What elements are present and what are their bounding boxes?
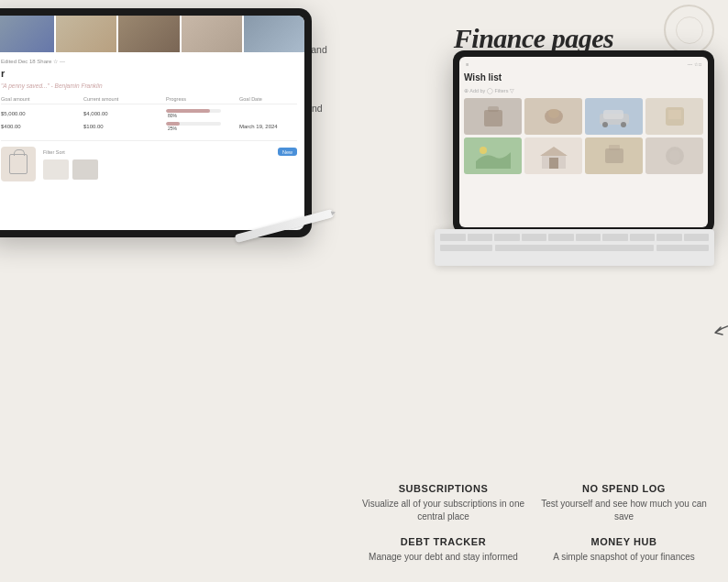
- key-7: [602, 234, 628, 241]
- screen-top-bar-left: Edited Dec 18 Share ☆ ⋯: [1, 58, 65, 64]
- feature-money-hub: MONEY HUB A simple snapshot of your fina…: [538, 536, 710, 564]
- key-2: [468, 234, 493, 241]
- strip-photo-3: [118, 16, 179, 52]
- key-10: [684, 234, 710, 241]
- wish-item-2: [524, 98, 582, 135]
- wish-item-1: [464, 98, 522, 135]
- bottom-features: SUBSCRIPTIONS Visualize all of your subs…: [358, 483, 710, 564]
- feature-subscriptions: SUBSCRIPTIONS Visualize all of your subs…: [358, 483, 529, 523]
- wishlist-filter: ⊕ Add by ◯ Filters ▽: [464, 88, 703, 93]
- tablet-left-body: Edited Dec 18 Share ☆ ⋯ r "A penny saved…: [0, 8, 312, 237]
- filter-label: Filter Sort: [43, 149, 65, 155]
- item-icon-car: [596, 103, 633, 130]
- svg-point-11: [480, 147, 487, 154]
- td-goal-1: $5,000.00: [1, 111, 83, 116]
- filter-bar: Filter Sort New: [43, 148, 297, 156]
- item-icon-1: [480, 103, 506, 130]
- svg-rect-1: [488, 106, 499, 112]
- right-panel: Finance pages ≡ ⋯ ☆ □ Wish list ⊕ Add by…: [348, 0, 728, 582]
- svg-point-6: [602, 122, 608, 127]
- wishlist-title: Wish list: [464, 71, 703, 84]
- wish-item-3: [585, 98, 643, 135]
- tablet-keyboard: [435, 229, 714, 266]
- money-hub-title: MONEY HUB: [538, 536, 710, 547]
- screen-top-bar: Edited Dec 18 Share ☆ ⋯: [1, 58, 297, 64]
- item-icon-7: [601, 143, 627, 169]
- table-row-1: $5,000.00 $4,000.00 80%: [1, 107, 297, 120]
- bag-thumbnail: [1, 147, 36, 181]
- key-sm-2: [656, 245, 709, 251]
- svg-rect-15: [605, 148, 623, 163]
- feature-debt-tracker: DEBT TRACKER Manage your debt and stay i…: [358, 536, 529, 564]
- keyboard-bottom-row: [435, 243, 714, 253]
- key-space: [495, 245, 653, 251]
- svg-point-18: [669, 150, 680, 161]
- svg-rect-5: [603, 110, 623, 119]
- strip-photo-2: [56, 16, 116, 52]
- th-goal: Goal amount: [1, 96, 83, 102]
- key-4: [522, 234, 547, 241]
- svg-rect-0: [484, 110, 502, 126]
- bottom-thumbnails: [43, 159, 297, 180]
- page-title: Finance pages: [358, 23, 710, 54]
- tablet-left-screen: Edited Dec 18 Share ☆ ⋯ r "A penny saved…: [0, 16, 304, 230]
- td-progress-2: 25%: [166, 122, 239, 131]
- money-hub-desc: A simple snapshot of your finances: [538, 551, 710, 564]
- wish-item-8: [645, 137, 703, 174]
- bag-icon: [9, 154, 28, 174]
- th-progress: Progress: [166, 96, 239, 102]
- strip-photo-4: [182, 16, 242, 52]
- item-icon-house: [536, 143, 571, 169]
- th-current: Current amount: [83, 96, 166, 102]
- keyboard-top-row: [435, 229, 714, 243]
- item-icon-2: [540, 103, 568, 130]
- no-spend-log-desc: Test yourself and see how much you can s…: [538, 498, 710, 523]
- debt-tracker-desc: Manage your debt and stay informed: [358, 551, 529, 564]
- tablet-right-body: ≡ ⋯ ☆ □ Wish list ⊕ Add by ◯ Filters ▽: [453, 50, 714, 234]
- wish-item-4: [645, 98, 703, 135]
- strip-photo-5: [244, 16, 304, 52]
- thumb-1: [43, 159, 69, 180]
- right-screen-nav: ≡ ⋯ ☆ □: [464, 61, 703, 67]
- screen-header-strip: [0, 16, 304, 52]
- subscriptions-desc: Visualize all of your subscriptions in o…: [358, 498, 529, 523]
- key-sm-1: [440, 245, 492, 251]
- no-spend-log-title: NO SPEND LOG: [538, 483, 710, 494]
- wish-item-5: [464, 137, 522, 174]
- new-button[interactable]: New: [278, 148, 297, 156]
- wishlist-grid: [464, 98, 703, 174]
- svg-rect-14: [549, 158, 558, 169]
- deco-circle: [664, 5, 714, 55]
- td-date-2: March 19, 2024: [239, 124, 304, 129]
- item-icon-4: [661, 103, 689, 130]
- tablet-right-container: ≡ ⋯ ☆ □ Wish list ⊕ Add by ◯ Filters ▽: [435, 50, 719, 266]
- svg-rect-9: [668, 110, 681, 119]
- key-6: [576, 234, 601, 241]
- tablet-right-screen: ≡ ⋯ ☆ □ Wish list ⊕ Add by ◯ Filters ▽: [459, 57, 708, 227]
- key-1: [440, 234, 466, 241]
- left-panel: WISH LIST Make the most of your money by…: [0, 0, 348, 237]
- td-current-2: $100.00: [83, 124, 166, 129]
- th-date: Goal Date: [239, 96, 304, 102]
- screen-bottom-right: Filter Sort New: [43, 148, 297, 180]
- savings-label: r: [1, 68, 297, 79]
- svg-point-3: [548, 109, 559, 118]
- svg-rect-16: [609, 145, 620, 150]
- item-icon-landscape: [476, 143, 511, 169]
- feature-no-spend-log: NO SPEND LOG Test yourself and see how m…: [538, 483, 710, 523]
- key-8: [630, 234, 656, 241]
- debt-tracker-title: DEBT TRACKER: [358, 536, 529, 547]
- td-current-1: $4,000.00: [83, 111, 166, 116]
- key-5: [548, 234, 574, 241]
- arrow-icon: [706, 314, 728, 342]
- svg-marker-13: [540, 147, 568, 156]
- svg-point-7: [621, 122, 626, 127]
- table-row-2: $400.00 $100.00 25% March 19, 2024: [1, 120, 297, 133]
- thumb-2: [72, 159, 98, 180]
- quote-text: "A penny saved..." - Benjamin Franklin: [1, 82, 297, 89]
- key-9: [656, 234, 682, 241]
- screen-bottom: Filter Sort New: [1, 140, 297, 181]
- td-goal-2: $400.00: [1, 124, 83, 129]
- strip-photo-1: [0, 16, 54, 52]
- screen-content: Edited Dec 18 Share ☆ ⋯ r "A penny saved…: [0, 52, 304, 187]
